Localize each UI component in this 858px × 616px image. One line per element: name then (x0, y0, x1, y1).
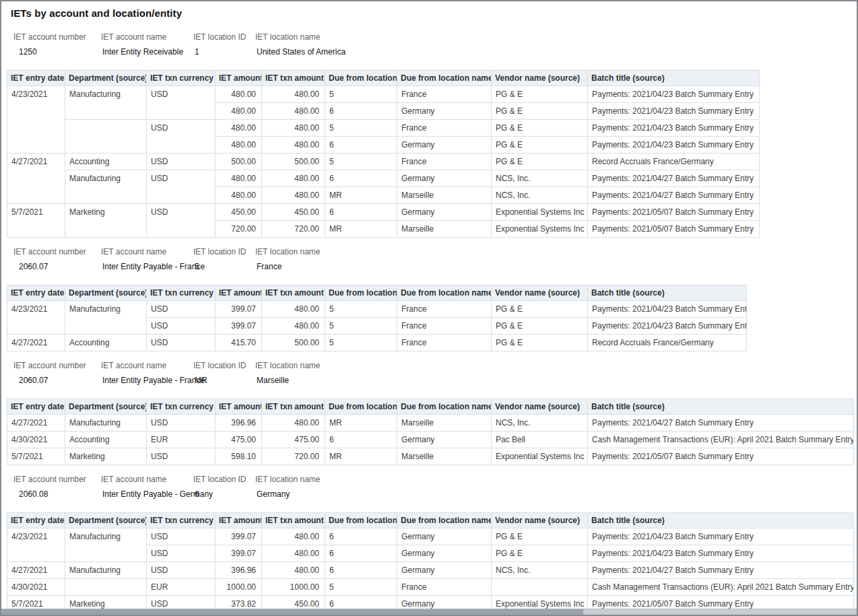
table-cell: 6 (325, 204, 397, 221)
column-header: IET amount (216, 71, 262, 86)
table-cell: 5/7/2021 (7, 204, 65, 238)
table-cell: NCS, Inc. (492, 562, 588, 579)
table-cell: Payments: 2021/04/27 Batch Summary Entry (588, 415, 854, 432)
table-cell: 396.96 (216, 415, 262, 432)
table-cell: 5 (325, 579, 397, 596)
account-name-value: Inter Entity Receivable (101, 44, 193, 59)
location-id-value: MR (193, 373, 255, 388)
table-cell: 480.00 (262, 528, 325, 545)
account-header: IET account number 2060.07 IET account n… (13, 358, 857, 388)
location-id-value: 5 (193, 259, 255, 274)
location-name-value: Germany (255, 487, 857, 502)
table-cell: USD (147, 335, 216, 351)
table-cell: 500.00 (262, 153, 325, 170)
table-cell: Payments: 2021/04/23 Batch Summary Entry (588, 545, 854, 562)
column-header: IET txn currency (147, 513, 216, 528)
table-cell: USD (147, 204, 216, 238)
table-cell: 396.96 (216, 562, 262, 579)
table-row: 4/27/2021ManufacturingUSD396.96480.00MRM… (7, 415, 854, 432)
table-cell: Record Accruals France/Germany (588, 335, 747, 351)
column-header: IET amount (216, 513, 262, 528)
account-header: IET account number 2060.08 IET account n… (13, 472, 857, 502)
table-cell: NCS, Inc. (492, 187, 588, 204)
account-number-label: IET account number (13, 30, 101, 44)
account-number-label: IET account number (13, 358, 101, 373)
table-cell: Marseille (397, 415, 492, 432)
table-cell: 399.07 (216, 545, 262, 562)
column-header: IET txn amount (262, 285, 325, 301)
column-header: Due from location name (397, 399, 492, 415)
table-cell: USD (147, 301, 216, 318)
table-cell: 480.00 (216, 86, 262, 103)
table-cell: 480.00 (216, 137, 262, 153)
account-name-value: Inter Entity Payable - France (101, 373, 193, 388)
column-header: Department (source) (65, 513, 147, 528)
table-cell (65, 120, 147, 153)
column-header: Due from location (325, 285, 397, 301)
table-cell: Payments: 2021/04/27 Batch Summary Entry (588, 562, 854, 579)
table-cell: France (397, 120, 492, 137)
column-header: Vendor name (source) (492, 513, 588, 528)
table-cell: 480.00 (262, 187, 325, 204)
table-row: USD480.00480.005FrancePG & EPayments: 20… (7, 120, 760, 137)
horizontal-scrollbar-thumb[interactable] (1, 609, 583, 615)
table-cell: Payments: 2021/04/23 Batch Summary Entry (588, 103, 760, 120)
table-cell: 720.00 (216, 221, 262, 238)
table-cell: 5 (325, 335, 397, 351)
table-cell: USD (147, 318, 216, 335)
table-row: 4/23/2021ManufacturingUSD480.00480.005Fr… (7, 86, 760, 103)
table-cell: 6 (325, 170, 397, 187)
account-section: IET account number 2060.07 IET account n… (1, 358, 857, 465)
table-cell: 480.00 (216, 103, 262, 120)
table-cell: 500.00 (216, 153, 262, 170)
table-cell: Payments: 2021/04/23 Batch Summary Entry (588, 528, 854, 545)
account-number-value: 1250 (13, 44, 101, 59)
table-cell: Manufacturing (65, 170, 147, 204)
table-cell: Cash Management Transactions (EUR): Apri… (588, 432, 854, 448)
table-cell: NCS, Inc. (492, 415, 588, 432)
table-cell: France (397, 153, 492, 170)
account-number-value: 2060.07 (13, 259, 101, 274)
table-cell: 480.00 (262, 86, 325, 103)
table-cell: Manufacturing (65, 86, 147, 120)
table-header-row: IET entry dateDepartment (source)IET txn… (7, 285, 747, 301)
column-header: IET entry date (7, 513, 65, 528)
column-header: Batch title (source) (588, 71, 760, 86)
table-cell: Payments: 2021/04/27 Batch Summary Entry (588, 170, 760, 187)
table-cell: 6 (325, 137, 397, 153)
table-cell: Exponential Systems Inc (492, 448, 588, 465)
table-cell: USD (147, 415, 216, 432)
table-cell: 475.00 (262, 432, 325, 448)
table-cell: Exponential Systems Inc (492, 204, 588, 221)
table-cell: 4/30/2021 (7, 579, 65, 596)
table-cell: NCS, Inc. (492, 170, 588, 187)
table-row: 4/23/2021ManufacturingUSD399.07480.006Ge… (7, 528, 854, 545)
table-cell: 5/7/2021 (7, 448, 65, 465)
table-cell (65, 579, 147, 596)
table-cell: USD (147, 562, 216, 579)
table-cell: 480.00 (262, 170, 325, 187)
table-cell: 480.00 (262, 137, 325, 153)
location-name-label: IET location name (255, 30, 857, 44)
column-header: Due from location (325, 71, 397, 86)
iet-table: IET entry dateDepartment (source)IET txn… (7, 512, 854, 613)
table-cell: 5 (325, 318, 397, 335)
table-cell: France (397, 318, 492, 335)
table-cell: Payments: 2021/04/23 Batch Summary Entry (588, 318, 747, 335)
table-cell: France (397, 335, 492, 351)
table-cell: Marketing (65, 204, 147, 238)
column-header: IET amount (216, 285, 262, 301)
horizontal-scrollbar[interactable] (1, 609, 857, 615)
table-cell: USD (147, 545, 216, 562)
account-name-label: IET account name (101, 358, 193, 373)
table-cell: Accounting (65, 153, 147, 170)
column-header: IET entry date (7, 399, 65, 415)
location-id-label: IET location ID (193, 244, 255, 259)
account-section: IET account number 1250 IET account name… (1, 30, 857, 238)
column-header: Department (source) (65, 71, 147, 86)
table-cell: PG & E (492, 335, 588, 351)
table-cell: USD (147, 120, 216, 153)
account-number-value: 2060.08 (13, 487, 101, 502)
table-cell: Marseille (397, 448, 492, 465)
table-cell: PG & E (492, 545, 588, 562)
